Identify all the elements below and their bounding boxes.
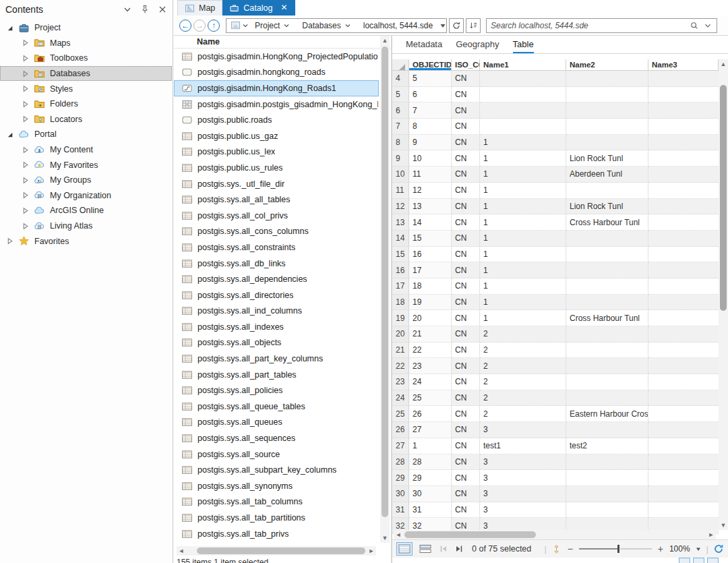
tree-item-living-atlas[interactable]: Living Atlas: [0, 218, 172, 234]
table-cell[interactable]: 3: [480, 486, 566, 502]
table-cell[interactable]: 1: [480, 278, 566, 295]
tree-item-arcgis-online[interactable]: ArcGIS Online: [0, 203, 172, 218]
expand-expander-icon[interactable]: [21, 38, 30, 47]
tree-item-locators[interactable]: Locators: [0, 112, 172, 127]
table-cell[interactable]: 1: [480, 262, 566, 278]
row-number-cell[interactable]: 29: [392, 470, 409, 486]
catalog-item[interactable]: postgis.sys.all_synonyms: [174, 478, 379, 494]
table-cell[interactable]: [648, 231, 719, 247]
table-cell[interactable]: [566, 454, 648, 471]
table-cell[interactable]: [566, 102, 648, 119]
table-cell[interactable]: [648, 71, 719, 87]
zoom-dropdown-arrow-icon[interactable]: [695, 545, 702, 552]
table-cell[interactable]: CN: [452, 406, 480, 422]
scroll-left-icon[interactable]: ◄: [394, 530, 403, 539]
table-cell[interactable]: CN: [452, 119, 480, 135]
tree-item-my-organization[interactable]: My Organization: [0, 188, 172, 204]
table-cell[interactable]: 1: [480, 231, 566, 247]
table-cell[interactable]: [648, 214, 719, 231]
catalog-item[interactable]: postgis.sys.all_source: [174, 446, 379, 463]
table-cell[interactable]: CN: [452, 438, 480, 454]
table-cell[interactable]: 1: [480, 247, 566, 263]
scroll-down-icon[interactable]: ▼: [719, 521, 728, 530]
table-cell[interactable]: 25: [409, 390, 452, 407]
sort-button[interactable]: [466, 18, 481, 33]
column-header-name1[interactable]: Name1: [480, 59, 566, 71]
table-cell[interactable]: CN: [452, 486, 480, 502]
table-cell[interactable]: [648, 343, 719, 359]
select-all-corner[interactable]: [392, 59, 409, 71]
table-view-button[interactable]: [396, 542, 413, 556]
column-header-objectid[interactable]: OBJECTID *: [409, 59, 452, 71]
table-cell[interactable]: CN: [452, 167, 480, 183]
list-hscroll-thumb[interactable]: [197, 547, 365, 554]
catalog-item[interactable]: postgis.sys.all_queue_tables: [174, 398, 379, 415]
table-cell[interactable]: 1: [480, 150, 566, 167]
list-vertical-scrollbar[interactable]: ▲ ▼: [380, 36, 390, 543]
catalog-item[interactable]: postgis.sys._utl_file_dir: [174, 176, 379, 192]
row-number-cell[interactable]: 6: [392, 102, 409, 119]
expand-expander-icon[interactable]: [21, 115, 30, 123]
table-cell[interactable]: 10: [409, 150, 452, 167]
table-cell[interactable]: 1: [480, 310, 566, 326]
tab-close-icon[interactable]: ✕: [280, 4, 289, 12]
zoom-level-value[interactable]: 100%: [669, 544, 690, 554]
table-cell[interactable]: 1: [480, 167, 566, 183]
tab-map[interactable]: Map: [177, 0, 222, 16]
tree-item-favorites[interactable]: Favorites: [0, 233, 172, 249]
breadcrumb-segment-connection[interactable]: localhost, 5444.sde: [357, 21, 439, 30]
table-cell[interactable]: 3: [480, 454, 566, 471]
table-vscroll-thumb[interactable]: [720, 85, 727, 311]
table-cell[interactable]: Aberdeen Tunl: [566, 167, 648, 183]
table-cell[interactable]: [648, 310, 719, 326]
table-cell[interactable]: [566, 278, 648, 295]
catalog-item[interactable]: postgis.sys.all_tab_partitions: [174, 510, 379, 526]
table-cell[interactable]: 6: [409, 87, 452, 103]
table-cell[interactable]: 1: [480, 214, 566, 231]
table-cell[interactable]: [648, 438, 719, 454]
table-cell[interactable]: CN: [452, 102, 480, 119]
table-cell[interactable]: 13: [409, 199, 452, 215]
table-cell[interactable]: 2: [480, 390, 566, 407]
table-cell[interactable]: [480, 119, 566, 135]
table-cell[interactable]: 2: [480, 358, 566, 374]
table-cell[interactable]: [566, 358, 648, 374]
table-cell[interactable]: [648, 262, 719, 278]
row-number-cell[interactable]: 22: [392, 358, 409, 374]
row-number-cell[interactable]: 23: [392, 374, 409, 390]
sync-scroll-icon[interactable]: [551, 544, 562, 554]
table-cell[interactable]: 12: [409, 183, 452, 199]
search-input[interactable]: [491, 21, 686, 30]
table-cell[interactable]: 15: [409, 231, 452, 247]
catalog-item[interactable]: postgis.sys.all_constraints: [174, 239, 379, 256]
forward-button[interactable]: →: [193, 20, 206, 32]
table-cell[interactable]: 21: [409, 326, 452, 343]
table-cell[interactable]: 30: [409, 486, 452, 502]
table-cell[interactable]: CN: [452, 470, 480, 486]
table-cell[interactable]: 7: [409, 102, 452, 119]
table-cell[interactable]: [566, 343, 648, 359]
tree-item-project[interactable]: Project: [0, 20, 172, 36]
table-cell[interactable]: [566, 262, 648, 278]
breadcrumb-dropdown-arrow-icon[interactable]: [439, 22, 447, 30]
catalog-item[interactable]: postgis.sys.all_col_privs: [174, 208, 379, 224]
table-cell[interactable]: [648, 150, 719, 167]
table-horizontal-scrollbar[interactable]: ◄ ►: [394, 530, 716, 539]
expand-expander-icon[interactable]: [21, 222, 30, 231]
zoom-in-button[interactable]: +: [657, 543, 665, 554]
expand-expander-icon[interactable]: [21, 54, 30, 63]
row-number-cell[interactable]: 21: [392, 343, 409, 359]
zoom-slider-handle[interactable]: [617, 545, 619, 553]
layout-button[interactable]: [707, 558, 719, 563]
zoom-out-button[interactable]: −: [566, 543, 574, 554]
row-number-cell[interactable]: 5: [392, 87, 409, 103]
list-vscroll-thumb[interactable]: [382, 47, 388, 517]
catalog-item[interactable]: postgis.sys.all_tab_privs: [174, 526, 379, 542]
table-cell[interactable]: [566, 71, 648, 87]
scroll-up-icon[interactable]: ▲: [380, 36, 390, 45]
row-number-cell[interactable]: 7: [392, 119, 409, 135]
table-cell[interactable]: [648, 502, 719, 518]
catalog-item[interactable]: postgis.sys.all_db_links: [174, 256, 379, 272]
table-cell[interactable]: [648, 422, 719, 438]
table-cell[interactable]: CN: [452, 278, 480, 295]
